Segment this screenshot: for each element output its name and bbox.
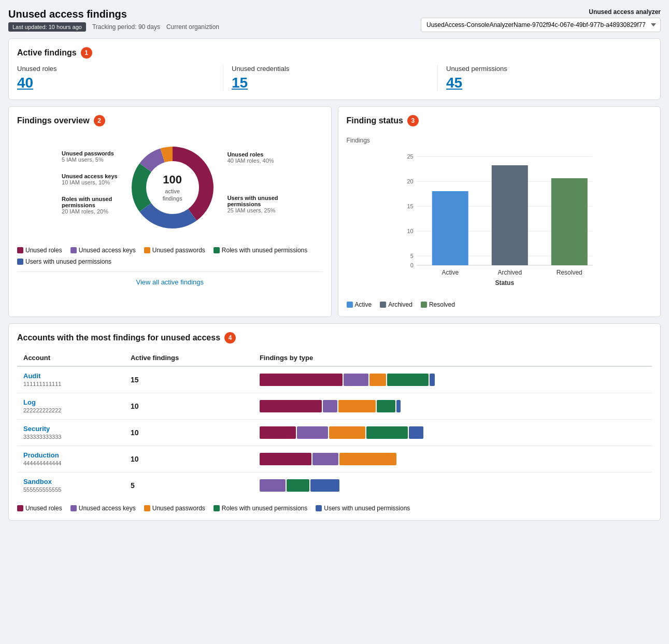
findings-overview-card: Findings overview 2 Unused passwords 5 I…	[8, 106, 332, 317]
legend-archived: Archived	[380, 301, 412, 308]
legend-resolved: Resolved	[421, 301, 455, 308]
account-id-0: 111111111111	[23, 381, 61, 387]
svg-text:10: 10	[407, 228, 413, 234]
legend-swatch-archived	[380, 302, 386, 308]
legend-swatch-users-unused-perms	[17, 259, 23, 265]
donut-label-unused-roles-title: Unused roles	[227, 151, 278, 158]
bar-resolved	[551, 178, 587, 265]
legend-swatch-roles-unused-perms	[213, 247, 220, 253]
accounts-legend-unused-roles: Unused roles	[17, 505, 62, 512]
donut-label-users-unused-perms-sub: 25 IAM users, 25%	[227, 207, 278, 213]
finding-status-badge: 3	[407, 115, 419, 126]
donut-label-access-keys-title: Unused access keys	[62, 173, 118, 179]
svg-text:Active: Active	[442, 269, 459, 276]
svg-text:Status: Status	[495, 279, 514, 287]
bar-chart-svg: 25 20 15 10 5 0 Active Archived Resolved	[347, 146, 652, 291]
active-findings-grid: Unused roles 40 Unused credentials 15 Un…	[17, 65, 652, 91]
donut-label-access-keys: Unused access keys 10 IAM users, 10%	[62, 173, 118, 185]
donut-container: Unused passwords 5 IAM users, 5% Unused …	[17, 133, 323, 242]
table-row: Audit11111111111115	[17, 366, 652, 393]
legend-users-unused-perms: Users with unused permissions	[17, 258, 111, 265]
stacked-bar-0	[260, 374, 646, 386]
active-findings-card: Active findings 1 Unused roles 40 Unused…	[8, 38, 661, 100]
findings-num-1: 10	[131, 402, 139, 410]
legend-unused-roles: Unused roles	[17, 247, 62, 254]
findings-overview-legend: Unused roles Unused access keys Unused p…	[17, 247, 323, 265]
legend-active: Active	[347, 301, 372, 308]
table-row: Log22222222222210	[17, 393, 652, 420]
donut-label-users-unused-perms: Users with unusedpermissions 25 IAM user…	[227, 195, 278, 213]
bar-active	[432, 191, 468, 265]
svg-text:20: 20	[407, 178, 413, 184]
findings-num-3: 10	[131, 455, 139, 463]
legend-roles-unused-perms: Roles with unused permissions	[213, 247, 307, 254]
unused-permissions-value[interactable]: 45	[446, 75, 644, 91]
findings-overview-badge: 2	[94, 115, 105, 126]
donut-label-unused-roles-sub: 40 IAM roles, 40%	[227, 158, 278, 164]
account-link-log[interactable]: Log	[23, 398, 118, 406]
svg-text:25: 25	[407, 153, 413, 160]
col-account: Account	[17, 350, 124, 366]
findings-num-2: 10	[131, 428, 139, 437]
active-findings-badge: 1	[81, 47, 92, 59]
unused-roles-value[interactable]: 40	[17, 75, 215, 91]
legend-swatch-unused-roles	[17, 247, 23, 253]
unused-roles-label: Unused roles	[17, 65, 215, 73]
unused-credentials-label: Unused credentials	[232, 65, 429, 73]
accounts-legend-passwords: Unused passwords	[144, 505, 205, 512]
account-id-1: 222222222222	[23, 407, 61, 413]
stacked-bar-4	[260, 479, 646, 492]
account-link-sandbox[interactable]: Sandbox	[23, 478, 118, 485]
svg-text:Archived: Archived	[497, 269, 522, 276]
account-link-production[interactable]: Production	[23, 451, 118, 459]
analyzer-select[interactable]: UusedAccess-ConsoleAnalyzerName-9702f94c…	[421, 18, 661, 32]
donut-label-roles-unused-perms-title: Roles with unusedpermissions	[62, 196, 118, 208]
findings-num-0: 15	[131, 376, 139, 384]
active-findings-title: Active findings 1	[17, 47, 652, 59]
account-id-4: 555555555555	[23, 486, 61, 493]
stacked-bar-3	[260, 453, 646, 465]
donut-labels-right: Unused roles 40 IAM roles, 40% Users wit…	[227, 151, 278, 224]
account-id-2: 333333333333	[23, 434, 61, 440]
col-active-findings: Active findings	[124, 350, 253, 366]
findings-overview-title: Findings overview 2	[17, 115, 323, 126]
legend-access-keys: Unused access keys	[70, 247, 136, 254]
finding-status-title: Finding status 3	[347, 115, 652, 126]
donut-label-passwords: Unused passwords 5 IAM users, 5%	[62, 150, 118, 163]
donut-labels-left: Unused passwords 5 IAM users, 5% Unused …	[62, 150, 118, 225]
accounts-title: Accounts with the most findings for unus…	[17, 332, 652, 344]
page-title: Unused access findings	[8, 8, 219, 20]
unused-roles-stat: Unused roles 40	[17, 65, 223, 91]
unused-credentials-value[interactable]: 15	[232, 75, 429, 91]
svg-text:15: 15	[407, 203, 413, 209]
analyzer-label: Unused access analyzer	[421, 8, 661, 16]
table-row: Security33333333333310	[17, 420, 652, 446]
table-row: Production44444444444410	[17, 446, 652, 473]
unused-permissions-label: Unused permissions	[446, 65, 644, 73]
table-row: Sandbox5555555555555	[17, 473, 652, 499]
donut-label-passwords-sub: 5 IAM users, 5%	[62, 156, 118, 163]
accounts-badge: 4	[224, 332, 236, 344]
account-id-3: 444444444444	[23, 460, 61, 466]
unused-credentials-stat: Unused credentials 15	[223, 65, 438, 91]
col-findings-by-type: Findings by type	[253, 350, 652, 366]
stacked-bar-2	[260, 426, 646, 439]
legend-swatch-unused-passwords	[144, 247, 150, 253]
donut-center-text: 100 activefindings	[163, 173, 182, 202]
findings-num-4: 5	[131, 481, 135, 490]
view-all-link[interactable]: View all active findings	[17, 271, 323, 286]
accounts-legend-access-keys: Unused access keys	[70, 505, 136, 512]
account-link-security[interactable]: Security	[23, 425, 118, 433]
accounts-legend-roles-perms: Roles with unused permissions	[213, 505, 307, 512]
stacked-bar-1	[260, 400, 646, 412]
account-link-audit[interactable]: Audit	[23, 372, 118, 380]
accounts-legend: Unused roles Unused access keys Unused p…	[17, 505, 652, 512]
donut-chart: 100 activefindings	[126, 141, 219, 234]
donut-label-unused-roles: Unused roles 40 IAM roles, 40%	[227, 151, 278, 164]
legend-unused-passwords: Unused passwords	[144, 247, 205, 254]
svg-text:0: 0	[410, 262, 413, 268]
donut-label-access-keys-sub: 10 IAM users, 10%	[62, 179, 118, 185]
bar-chart-wrapper: Findings 25 20 15 10 5 0	[347, 133, 652, 297]
accounts-card: Accounts with the most findings for unus…	[8, 323, 661, 521]
svg-text:5: 5	[410, 253, 413, 259]
